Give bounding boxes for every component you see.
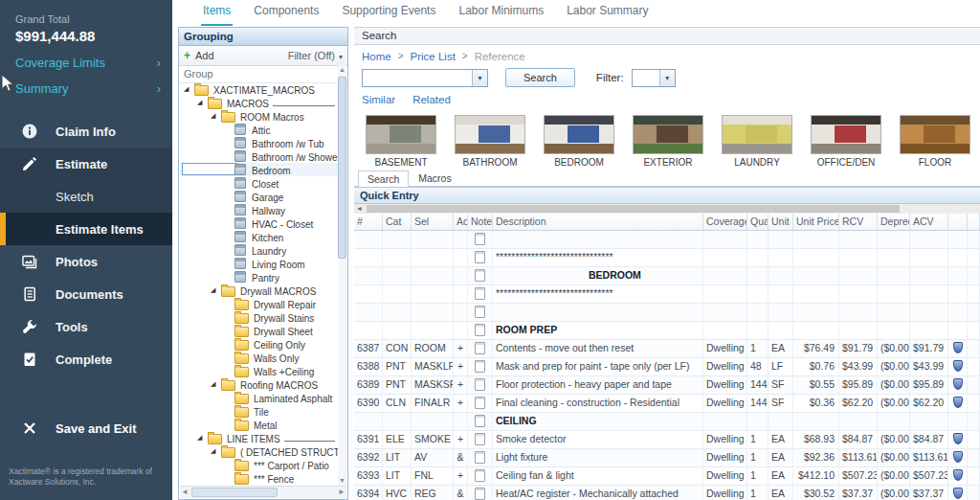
- subtab-search[interactable]: Search: [358, 170, 409, 187]
- column-header-desc[interactable]: Description: [493, 214, 703, 230]
- tab-items[interactable]: Items: [201, 1, 233, 26]
- sidebar-item-claim-info[interactable]: Claim Info: [0, 115, 172, 148]
- scroll-up-arrow-icon[interactable]: ▲: [338, 65, 346, 75]
- tree-expand-icon[interactable]: ◢: [197, 434, 208, 442]
- scrollbar-thumb[interactable]: [367, 205, 900, 213]
- breadcrumb-home[interactable]: Home: [362, 51, 391, 62]
- tree-item-living-room[interactable]: Living Room: [180, 257, 338, 270]
- related-link[interactable]: Related: [412, 94, 451, 107]
- tree-expand-icon[interactable]: ◢: [211, 112, 221, 120]
- tree-item-metal[interactable]: Metal: [180, 418, 338, 431]
- table-row[interactable]: ******************************: [354, 249, 980, 267]
- note-icon[interactable]: [475, 233, 485, 245]
- scrollbar-thumb[interactable]: [191, 488, 278, 497]
- tab-labor-summary[interactable]: Labor Summary: [565, 1, 650, 26]
- column-header-flag[interactable]: [948, 214, 968, 230]
- tree-expand-icon[interactable]: ◢: [197, 99, 208, 106]
- table-row[interactable]: 6387CONROOM+Contents - move out then res…: [354, 340, 980, 358]
- note-icon[interactable]: [475, 269, 485, 282]
- note-icon[interactable]: [475, 469, 485, 482]
- tree-item-bedroom[interactable]: Bedroom: [180, 163, 338, 176]
- tree-item-drywall-repair[interactable]: Drywall Repair: [180, 297, 338, 310]
- scroll-left-arrow-icon[interactable]: ◄: [180, 487, 189, 498]
- note-icon[interactable]: [475, 397, 485, 409]
- thumbnail-exterior[interactable]: EXTERIOR: [633, 115, 703, 168]
- tree-item-bathroom-w-shower[interactable]: Bathroom /w Shower: [180, 149, 338, 163]
- thumbnail-bathroom[interactable]: BATHROOM: [455, 115, 525, 168]
- note-icon[interactable]: [475, 488, 485, 500]
- tree-item-drywall-stains[interactable]: Drywall Stains: [180, 310, 338, 324]
- column-header-filler[interactable]: [968, 214, 980, 230]
- tree-item-drywall-sheet[interactable]: Drywall Sheet: [180, 324, 338, 337]
- search-button[interactable]: Search: [505, 68, 575, 87]
- table-row[interactable]: ROOM PREP: [354, 322, 980, 340]
- tree-item-laundry[interactable]: Laundry: [180, 243, 338, 257]
- table-row[interactable]: BEDROOM: [354, 267, 980, 285]
- tree-item-edit-input[interactable]: [182, 163, 237, 175]
- column-header-rcv[interactable]: RCV: [839, 214, 878, 230]
- table-row[interactable]: 6389PNTMASKSFP+Floor protection - heavy …: [354, 376, 980, 395]
- save-and-exit-button[interactable]: Save and Exit: [0, 412, 137, 444]
- scroll-down-arrow-icon[interactable]: ▼: [338, 476, 346, 486]
- sidebar-item-estimate[interactable]: Estimate: [0, 148, 172, 180]
- tree-expand-icon[interactable]: ◢: [211, 286, 221, 294]
- sidebar-item-estimate-items[interactable]: Estimate Items: [0, 213, 172, 245]
- sidebar-item-complete[interactable]: Complete: [0, 343, 172, 375]
- column-header-acv[interactable]: ACV: [910, 214, 948, 230]
- dropdown-arrow-icon[interactable]: ▼: [659, 70, 675, 86]
- thumbnail-laundry[interactable]: LAUNDRY: [722, 115, 792, 168]
- column-header-num[interactable]: #: [354, 214, 383, 230]
- tree-expand-icon[interactable]: ◢: [211, 447, 221, 455]
- sidebar-item-tools[interactable]: Tools: [0, 310, 172, 343]
- tree-item-detached-structures[interactable]: ◢( DETACHED STRUCTURES ): [180, 444, 338, 458]
- column-header-unit_price[interactable]: Unit Price: [793, 214, 839, 230]
- column-header-coverage[interactable]: Coverage: [703, 214, 747, 230]
- scrollbar-thumb[interactable]: [338, 77, 346, 259]
- tree-item-carport-patio[interactable]: *** Carport / Patio: [180, 458, 338, 471]
- tree-horizontal-scrollbar[interactable]: ◄ ►: [180, 486, 346, 498]
- tree-item-roofing-macros[interactable]: ◢Roofing MACROS: [180, 377, 338, 391]
- thumbnail-floor[interactable]: FLOOR: [900, 115, 970, 168]
- table-row[interactable]: 6388PNTMASKLFT+Mask and prep for paint -…: [354, 358, 980, 376]
- table-row[interactable]: 6393LITFNL+Ceiling fan & lightDwelling1E…: [354, 467, 980, 486]
- table-row[interactable]: 6392LITAV&Light fixtureDwelling1EA$92.36…: [354, 449, 980, 467]
- note-icon[interactable]: [475, 433, 485, 445]
- tree-item-closet[interactable]: Closet: [180, 176, 338, 190]
- tree-item-bathroom-w-tub[interactable]: Bathroom /w Tub: [180, 136, 338, 149]
- note-icon[interactable]: [475, 306, 485, 318]
- tree-item-fence[interactable]: *** Fence: [180, 471, 338, 485]
- note-icon[interactable]: [475, 451, 485, 464]
- table-row[interactable]: 6391ELESMOKE+Smoke detectorDwelling1EA$6…: [354, 431, 980, 449]
- similar-link[interactable]: Similar: [362, 94, 395, 107]
- table-row[interactable]: 6394HVCREG&Heat/AC register - Mechanical…: [354, 486, 980, 500]
- thumbnail-office-den[interactable]: OFFICE/DEN: [811, 115, 881, 168]
- tree-item-line-items[interactable]: ◢LINE ITEMS: [180, 431, 338, 444]
- table-row[interactable]: [354, 231, 980, 249]
- tree-vertical-scrollbar[interactable]: ▲ ▼: [338, 65, 346, 486]
- table-row[interactable]: [354, 304, 980, 322]
- note-icon[interactable]: [475, 324, 485, 336]
- tree-item-laminated-asphalt[interactable]: Laminated Asphalt: [180, 391, 338, 404]
- tree-item-room-macros[interactable]: ◢ROOM Macros: [180, 109, 338, 123]
- table-row[interactable]: ******************************: [354, 285, 980, 304]
- sidebar-item-photos[interactable]: Photos: [0, 245, 172, 278]
- table-row[interactable]: 6390CLNFINALR+Final cleaning - construct…: [354, 395, 980, 413]
- column-header-qty[interactable]: Qua: [747, 214, 768, 230]
- search-input[interactable]: [363, 70, 472, 86]
- filter-input[interactable]: [633, 70, 659, 86]
- column-header-notes[interactable]: Notes: [468, 214, 493, 230]
- sidebar-item-documents[interactable]: Documents: [0, 278, 172, 310]
- tree-item-kitchen[interactable]: Kitchen: [180, 230, 338, 243]
- thumbnail-bedroom[interactable]: BEDROOM: [544, 115, 614, 168]
- tree-expand-icon[interactable]: ◢: [184, 85, 194, 93]
- sidebar-item-summary[interactable]: Summary ›: [15, 81, 161, 96]
- tree-item-pantry[interactable]: Pantry: [180, 270, 338, 284]
- add-group-button[interactable]: Add: [184, 49, 214, 62]
- table-row[interactable]: CEILING: [354, 413, 980, 431]
- note-icon[interactable]: [475, 287, 485, 300]
- tree-item-tile[interactable]: Tile: [180, 404, 338, 418]
- tab-components[interactable]: Components: [252, 1, 321, 26]
- tree-item-drywall-macros[interactable]: ◢Drywall MACROS: [180, 284, 338, 297]
- tree-item-walls-only[interactable]: Walls Only: [180, 351, 338, 364]
- note-icon[interactable]: [475, 415, 485, 427]
